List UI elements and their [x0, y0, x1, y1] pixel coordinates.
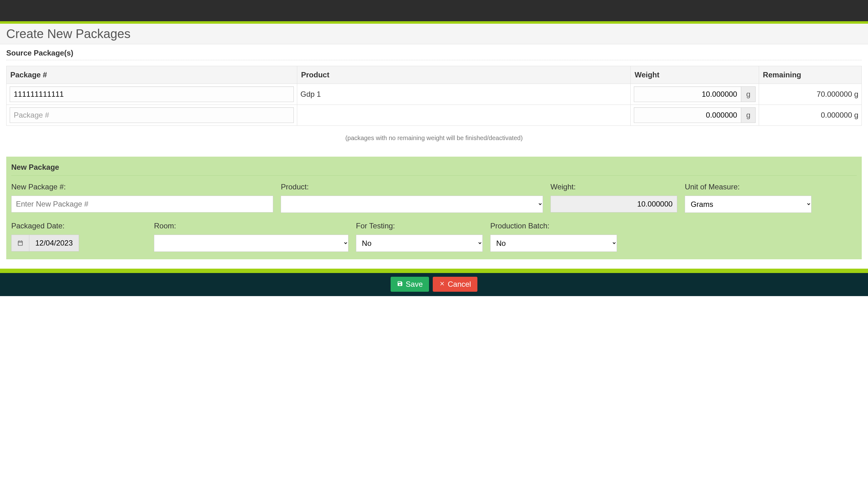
col-product: Product	[297, 66, 631, 84]
room-select[interactable]	[154, 235, 348, 252]
bottom-accent-line	[0, 269, 868, 273]
action-bar: Save Cancel	[0, 273, 868, 296]
table-row: g 0.000000 g	[6, 105, 862, 126]
new-package-panel: New Package New Package #: Product: Weig…	[6, 157, 862, 259]
weight-unit-label: g	[741, 107, 755, 123]
new-package-number-input[interactable]	[11, 196, 273, 212]
col-remaining: Remaining	[759, 66, 862, 84]
new-package-heading: New Package	[11, 163, 857, 172]
production-batch-select[interactable]: No	[490, 235, 617, 252]
weight-label: Weight:	[551, 182, 677, 191]
cancel-button-label: Cancel	[448, 280, 471, 288]
hint-text: (packages with no remaining weight will …	[6, 134, 862, 142]
save-button-label: Save	[406, 280, 423, 288]
product-cell	[297, 105, 631, 126]
product-select[interactable]	[281, 196, 542, 213]
unit-select[interactable]: Grams	[685, 196, 811, 213]
col-package: Package #	[6, 66, 297, 84]
production-batch-label: Production Batch:	[490, 221, 617, 230]
top-bar	[0, 0, 868, 21]
remaining-cell: 70.000000 g	[759, 84, 862, 105]
table-row: Gdp 1 g 70.000000 g	[6, 84, 862, 105]
room-label: Room:	[154, 221, 348, 230]
source-packages-table: Package # Product Weight Remaining Gdp 1…	[6, 66, 862, 126]
new-weight-input[interactable]	[551, 196, 677, 212]
product-cell: Gdp 1	[297, 84, 631, 105]
panel-divider	[11, 175, 857, 176]
divider	[6, 60, 862, 60]
calendar-icon[interactable]	[11, 235, 29, 251]
weight-unit-label: g	[741, 87, 755, 102]
unit-label: Unit of Measure:	[685, 182, 811, 191]
source-packages-heading: Source Package(s)	[6, 49, 862, 58]
product-label: Product:	[281, 182, 542, 191]
packaged-date-input[interactable]	[29, 235, 79, 251]
page-header: Create New Packages	[0, 24, 868, 44]
cancel-button[interactable]: Cancel	[433, 277, 477, 292]
package-number-input[interactable]	[10, 107, 294, 123]
remaining-cell: 0.000000 g	[759, 105, 862, 126]
page-title: Create New Packages	[6, 27, 862, 41]
save-button[interactable]: Save	[391, 277, 429, 292]
weight-input[interactable]	[634, 107, 741, 123]
col-weight: Weight	[631, 66, 759, 84]
package-number-input[interactable]	[10, 87, 294, 102]
for-testing-select[interactable]: No	[356, 235, 483, 252]
accent-line	[0, 21, 868, 24]
close-icon	[439, 280, 445, 288]
new-package-number-label: New Package #:	[11, 182, 273, 191]
save-icon	[397, 280, 403, 288]
packaged-date-label: Packaged Date:	[11, 221, 147, 230]
for-testing-label: For Testing:	[356, 221, 483, 230]
weight-input[interactable]	[634, 87, 741, 102]
